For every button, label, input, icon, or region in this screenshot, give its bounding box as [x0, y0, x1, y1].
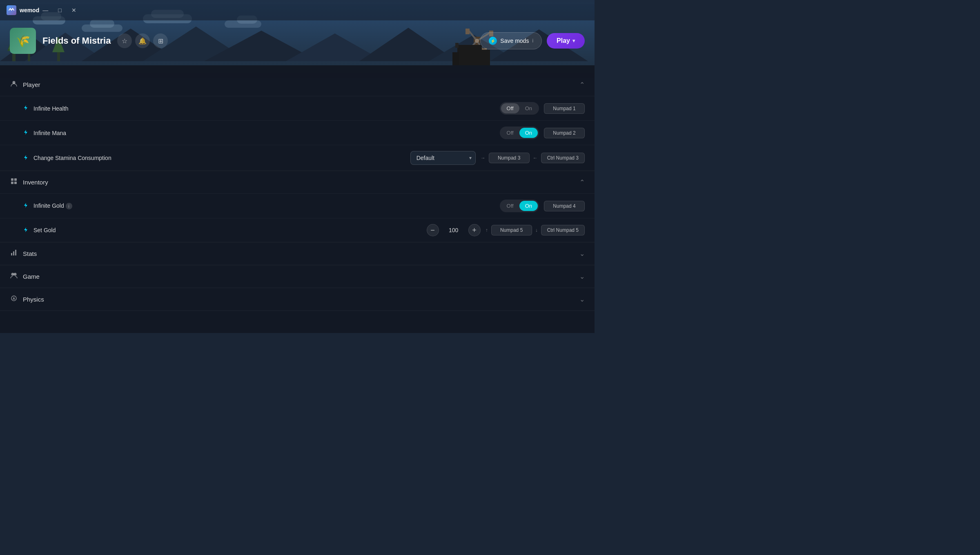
- mod-controls-infinite-gold: OffOnNumpad 4: [500, 200, 585, 212]
- keybind-next-change-stamina[interactable]: Numpad 3: [489, 153, 530, 163]
- section-left-player: Player: [10, 80, 40, 89]
- section-icon-physics: [10, 295, 18, 304]
- sliders-button[interactable]: ⊞: [153, 33, 168, 48]
- svg-rect-44: [11, 182, 13, 184]
- section-physics: Physics⌄: [0, 288, 595, 311]
- dropdown-change-stamina[interactable]: DefaultLowMediumHighNone: [410, 151, 476, 165]
- star-icon: ☆: [122, 37, 127, 45]
- section-title-inventory: Inventory: [23, 179, 48, 186]
- mod-controls-infinite-mana: OffOnNumpad 2: [500, 127, 585, 139]
- mod-controls-set-gold: −100+↑Numpad 5↓Ctrl Numpad 5: [427, 224, 585, 236]
- section-collapse-inventory[interactable]: ⌃: [579, 178, 585, 186]
- toggle-on-infinite-mana[interactable]: On: [519, 128, 538, 138]
- keybind-up-set-gold[interactable]: Numpad 5: [491, 225, 532, 235]
- section-collapse-physics[interactable]: ⌄: [579, 295, 585, 303]
- stepper-plus-set-gold[interactable]: +: [468, 224, 481, 236]
- section-left-inventory: Inventory: [10, 178, 48, 187]
- section-icon-inventory: [10, 178, 18, 187]
- mod-bolt-icon-infinite-health: [23, 105, 29, 112]
- keybind-infinite-health[interactable]: Numpad 1: [544, 103, 585, 114]
- save-mods-label: Save mods: [500, 38, 529, 44]
- play-label: Play: [557, 37, 570, 44]
- maximize-button[interactable]: □: [55, 5, 65, 15]
- section-title-player: Player: [23, 81, 40, 88]
- mod-name-infinite-mana: Infinite Mana: [33, 130, 500, 136]
- section-game: Game⌄: [0, 265, 595, 288]
- stepper-value-set-gold: 100: [445, 227, 462, 233]
- section-title-physics: Physics: [23, 296, 44, 303]
- toggle-on-infinite-gold[interactable]: On: [519, 201, 538, 211]
- mod-row-change-stamina: Change Stamina ConsumptionDefaultLowMedi…: [0, 145, 595, 171]
- keybind-infinite-mana[interactable]: Numpad 2: [544, 128, 585, 138]
- main-content: Player⌃Infinite HealthOffOnNumpad 1Infin…: [0, 73, 595, 333]
- section-inventory: Inventory⌃Infinite GoldiOffOnNumpad 4Set…: [0, 171, 595, 242]
- play-button[interactable]: Play ▾: [547, 33, 585, 49]
- notifications-button[interactable]: 🔔: [135, 33, 150, 48]
- section-header-player[interactable]: Player⌃: [0, 73, 595, 96]
- svg-rect-42: [11, 178, 13, 181]
- svg-rect-48: [15, 250, 16, 255]
- section-header-game[interactable]: Game⌄: [0, 265, 595, 288]
- mod-name-change-stamina: Change Stamina Consumption: [33, 155, 410, 161]
- mod-bolt-icon-set-gold: [23, 227, 29, 234]
- title-bar: wemod — □ ✕: [0, 0, 595, 20]
- logo-icon: [7, 5, 16, 15]
- save-mods-button[interactable]: ⚡ Save mods i: [480, 32, 542, 49]
- mod-info-badge-infinite-gold[interactable]: i: [66, 203, 72, 209]
- app-logo: wemod: [7, 5, 39, 15]
- save-mods-info-icon: i: [532, 38, 533, 44]
- toggle-off-infinite-health[interactable]: Off: [501, 103, 519, 113]
- header-actions: ☆ 🔔 ⊞: [117, 33, 168, 48]
- header-right: ⚡ Save mods i Play ▾: [480, 32, 585, 49]
- arrow-prev-change-stamina: ←: [533, 155, 538, 161]
- mod-row-infinite-mana: Infinite ManaOffOnNumpad 2: [0, 120, 595, 145]
- keybind-prev-change-stamina[interactable]: Ctrl Numpad 3: [541, 153, 585, 163]
- section-header-stats[interactable]: Stats⌄: [0, 242, 595, 265]
- section-collapse-stats[interactable]: ⌄: [579, 250, 585, 258]
- keybind-down-set-gold[interactable]: Ctrl Numpad 5: [541, 225, 585, 235]
- svg-rect-43: [14, 178, 17, 181]
- minimize-button[interactable]: —: [39, 5, 51, 15]
- bell-icon: 🔔: [138, 37, 147, 45]
- section-icon-game: [10, 272, 18, 281]
- section-left-physics: Physics: [10, 295, 44, 304]
- section-collapse-player[interactable]: ⌃: [579, 81, 585, 89]
- stepper-minus-set-gold[interactable]: −: [427, 224, 439, 236]
- toggle-off-infinite-mana[interactable]: Off: [501, 128, 519, 138]
- keybind-infinite-gold[interactable]: Numpad 4: [544, 201, 585, 211]
- mod-name-infinite-gold: Infinite Goldi: [33, 202, 500, 210]
- svg-rect-45: [14, 182, 17, 184]
- section-title-stats: Stats: [23, 250, 37, 257]
- mod-bolt-icon-change-stamina: [23, 155, 29, 162]
- mod-name-infinite-health: Infinite Health: [33, 105, 500, 112]
- mod-bolt-icon-infinite-gold: [23, 202, 29, 209]
- mod-row-infinite-gold: Infinite GoldiOffOnNumpad 4: [0, 193, 595, 218]
- section-icon-stats: [10, 249, 18, 258]
- stepper-set-gold: −100+: [427, 224, 481, 236]
- mod-bolt-icon-infinite-mana: [23, 129, 29, 136]
- arrow-up-set-gold: ↑: [486, 227, 488, 233]
- mod-name-set-gold: Set Gold: [33, 227, 427, 233]
- app-header: 🌾 Fields of Mistria ☆ 🔔 ⊞ ⚡ Save mods i …: [0, 20, 595, 61]
- section-title-game: Game: [23, 273, 40, 280]
- keybind-group-set-gold: ↑Numpad 5↓Ctrl Numpad 5: [486, 225, 585, 235]
- section-collapse-game[interactable]: ⌄: [579, 273, 585, 280]
- keybind-group-change-stamina: →Numpad 3←Ctrl Numpad 3: [481, 153, 585, 163]
- svg-point-49: [11, 273, 14, 276]
- svg-point-50: [14, 273, 17, 276]
- section-header-physics[interactable]: Physics⌄: [0, 288, 595, 311]
- favorite-button[interactable]: ☆: [117, 33, 132, 48]
- game-title: Fields of Mistria: [42, 36, 111, 46]
- close-button[interactable]: ✕: [68, 5, 80, 15]
- mod-row-infinite-health: Infinite HealthOffOnNumpad 1: [0, 96, 595, 120]
- mod-controls-infinite-health: OffOnNumpad 1: [500, 102, 585, 115]
- sliders-icon: ⊞: [158, 37, 163, 45]
- svg-rect-46: [11, 253, 12, 255]
- save-mods-bolt-icon: ⚡: [489, 37, 497, 45]
- logo-text: wemod: [20, 7, 39, 13]
- section-stats: Stats⌄: [0, 242, 595, 265]
- section-header-inventory[interactable]: Inventory⌃: [0, 171, 595, 193]
- toggle-on-infinite-health[interactable]: On: [519, 103, 538, 113]
- toggle-off-infinite-gold[interactable]: Off: [501, 201, 519, 211]
- game-icon: 🌾: [10, 28, 36, 54]
